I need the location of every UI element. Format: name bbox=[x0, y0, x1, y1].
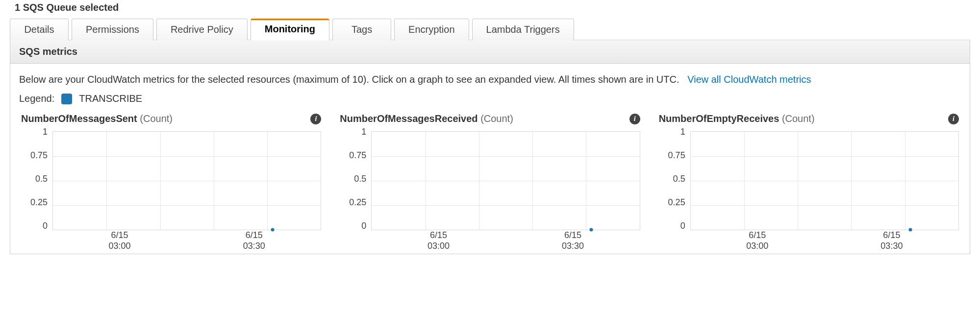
y-axis: 1 0.75 0.5 0.25 0 bbox=[341, 127, 369, 230]
y-tick: 0.75 bbox=[660, 151, 685, 160]
chart-metric-name: NumberOfMessagesReceived bbox=[340, 113, 477, 124]
info-icon[interactable]: i bbox=[310, 114, 321, 124]
y-axis: 1 0.75 0.5 0.25 0 bbox=[22, 127, 50, 230]
x-tick: 6/15 03:30 bbox=[243, 230, 265, 250]
tabs-row: Details Permissions Redrive Policy Monit… bbox=[10, 18, 970, 40]
chart-metric-unit: (Count) bbox=[480, 113, 513, 124]
intro-text: Below are your CloudWatch metrics for th… bbox=[19, 72, 961, 86]
tab-permissions[interactable]: Permissions bbox=[72, 19, 153, 40]
metrics-panel: SQS metrics Below are your CloudWatch me… bbox=[10, 40, 970, 254]
chart-card-messages-received[interactable]: NumberOfMessagesReceived (Count) i 1 0.7… bbox=[338, 113, 642, 250]
info-icon[interactable]: i bbox=[629, 114, 640, 124]
y-tick: 0.75 bbox=[22, 151, 48, 160]
y-tick: 0.5 bbox=[341, 174, 366, 183]
y-tick: 0.25 bbox=[22, 198, 48, 207]
chart-metric-name: NumberOfMessagesSent bbox=[21, 113, 137, 124]
view-all-metrics-link[interactable]: View all CloudWatch metrics bbox=[687, 74, 811, 85]
tab-monitoring[interactable]: Monitoring bbox=[251, 19, 329, 40]
legend-label: Legend: bbox=[19, 93, 54, 104]
y-tick: 0.25 bbox=[341, 198, 366, 207]
x-tick: 6/15 03:30 bbox=[880, 230, 903, 250]
x-axis: 6/15 03:00 6/15 03:30 bbox=[690, 230, 959, 250]
chart-metric-name: NumberOfEmptyReceives bbox=[659, 113, 779, 124]
legend-item: TRANSCRIBE bbox=[79, 93, 142, 104]
y-tick: 0 bbox=[22, 221, 48, 230]
chart-metric-unit: (Count) bbox=[782, 113, 815, 124]
chart-area: 1 0.75 0.5 0.25 0 bbox=[22, 127, 323, 250]
y-tick: 1 bbox=[341, 127, 366, 136]
y-axis: 1 0.75 0.5 0.25 0 bbox=[660, 127, 688, 230]
y-tick: 1 bbox=[22, 127, 48, 136]
intro-body: Below are your CloudWatch metrics for th… bbox=[19, 74, 679, 85]
chart-area: 1 0.75 0.5 0.25 0 bbox=[660, 127, 961, 250]
x-axis: 6/15 03:00 6/15 03:30 bbox=[52, 230, 321, 250]
chart-title: NumberOfEmptyReceives (Count) bbox=[659, 113, 815, 124]
chart-card-empty-receives[interactable]: NumberOfEmptyReceives (Count) i 1 0.75 0… bbox=[657, 113, 961, 250]
tab-lambda-triggers[interactable]: Lambda Triggers bbox=[472, 19, 574, 40]
tab-details[interactable]: Details bbox=[10, 19, 69, 40]
y-tick: 0.25 bbox=[660, 198, 685, 207]
charts-row: NumberOfMessagesSent (Count) i 1 0.75 0.… bbox=[19, 113, 961, 250]
x-tick: 6/15 03:00 bbox=[746, 230, 768, 250]
page-title: 1 SQS Queue selected bbox=[10, 0, 970, 18]
y-tick: 0.5 bbox=[22, 174, 48, 183]
x-axis: 6/15 03:00 6/15 03:30 bbox=[371, 230, 640, 250]
chart-title: NumberOfMessagesSent (Count) bbox=[21, 113, 173, 124]
plot-area bbox=[690, 131, 959, 230]
tab-tags[interactable]: Tags bbox=[332, 19, 391, 40]
legend-swatch bbox=[61, 94, 72, 104]
panel-title: SQS metrics bbox=[10, 40, 970, 64]
chart-area: 1 0.75 0.5 0.25 0 bbox=[341, 127, 642, 250]
y-tick: 0.5 bbox=[660, 174, 685, 183]
x-tick: 6/15 03:30 bbox=[562, 230, 584, 250]
x-tick: 6/15 03:00 bbox=[109, 230, 131, 250]
tab-encryption[interactable]: Encryption bbox=[394, 19, 469, 40]
chart-title: NumberOfMessagesReceived (Count) bbox=[340, 113, 513, 124]
tab-redrive-policy[interactable]: Redrive Policy bbox=[156, 19, 248, 40]
chart-card-messages-sent[interactable]: NumberOfMessagesSent (Count) i 1 0.75 0.… bbox=[19, 113, 323, 250]
legend-row: Legend: TRANSCRIBE bbox=[19, 93, 961, 104]
chart-metric-unit: (Count) bbox=[140, 113, 173, 124]
y-tick: 0.75 bbox=[341, 151, 366, 160]
y-tick: 0 bbox=[660, 221, 685, 230]
y-tick: 0 bbox=[341, 221, 366, 230]
plot-area bbox=[371, 131, 640, 230]
info-icon[interactable]: i bbox=[948, 114, 959, 124]
plot-area bbox=[52, 131, 321, 230]
y-tick: 1 bbox=[660, 127, 685, 136]
x-tick: 6/15 03:00 bbox=[427, 230, 450, 250]
